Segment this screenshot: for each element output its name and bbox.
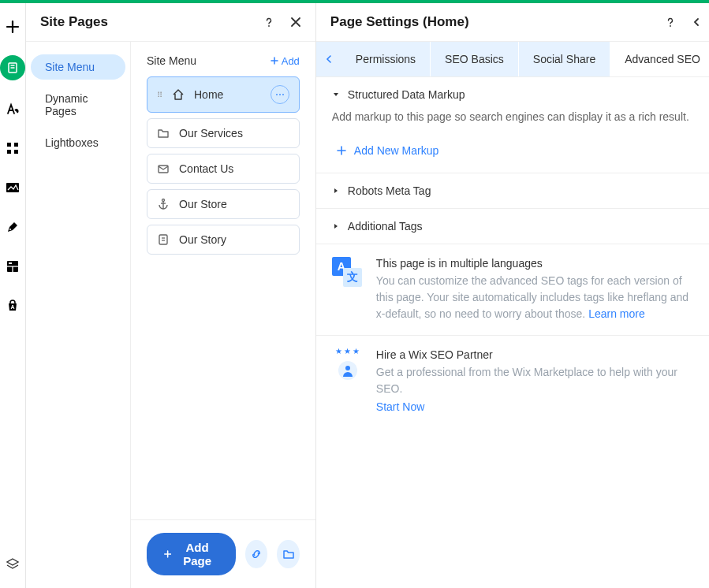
nav-dynamic-pages[interactable]: Dynamic Pages — [31, 86, 125, 124]
settings-tabs: Permissions SEO Basics Social Share Adva… — [316, 42, 709, 77]
page-item-store[interactable]: Our Store — [147, 189, 300, 219]
svg-point-23 — [345, 366, 350, 370]
partner-desc: Get a professional from the Wix Marketpl… — [376, 364, 700, 397]
rail-pen-icon[interactable] — [2, 216, 24, 238]
page-label: Home — [194, 88, 223, 101]
svg-text:A: A — [10, 304, 14, 310]
section-structured-data-header[interactable]: Structured Data Markup — [332, 88, 700, 101]
page-label: Contact Us — [179, 162, 233, 175]
multilang-title: This page is in multiple languages — [376, 257, 700, 270]
page-content: Site Menu Add ⠿ Home ⋯ Our S — [130, 42, 315, 588]
section-additional-header[interactable]: Additional Tags — [332, 220, 700, 233]
svg-point-8 — [9, 229, 11, 230]
page-icon — [157, 233, 170, 246]
page-nav: Site Menu Dynamic Pages Lightboxes — [26, 42, 130, 588]
settings-body: Structured Data Markup Add markup to thi… — [316, 77, 709, 588]
chevron-down-icon — [332, 91, 340, 99]
svg-rect-6 — [14, 150, 18, 154]
section-title: Structured Data Markup — [348, 88, 465, 101]
link-page-button[interactable] — [245, 540, 267, 568]
nav-site-menu[interactable]: Site Menu — [31, 54, 125, 80]
rail-layers-icon[interactable] — [2, 553, 24, 575]
site-pages-panel: Site Pages Site Menu Dynamic Pages Light… — [26, 3, 316, 588]
tab-permissions[interactable]: Permissions — [341, 42, 431, 76]
tab-seo-basics[interactable]: SEO Basics — [431, 42, 519, 76]
page-item-services[interactable]: Our Services — [147, 118, 300, 148]
svg-rect-4 — [14, 143, 18, 147]
nav-lightboxes[interactable]: Lightboxes — [31, 130, 125, 155]
site-pages-header: Site Pages — [26, 3, 315, 42]
chevron-right-icon — [332, 187, 340, 195]
folder-page-button[interactable] — [277, 540, 299, 568]
seo-partner-info: ★★★ Hire a Wix SEO Partner Get a profess… — [316, 336, 709, 426]
page-footer: Add Page — [131, 519, 315, 588]
section-structured-data: Structured Data Markup Add markup to thi… — [316, 77, 709, 173]
help-icon[interactable] — [263, 17, 274, 28]
tab-advanced-seo[interactable]: Advanced SEO — [610, 42, 709, 76]
rail-grid-icon[interactable] — [2, 137, 24, 159]
more-options-icon[interactable]: ⋯ — [271, 85, 289, 104]
multilang-info: A 文 This page is in multiple languages Y… — [316, 244, 709, 336]
language-icon: A 文 — [332, 257, 364, 288]
add-markup-button[interactable]: Add New Markup — [337, 144, 438, 157]
page-label: Our Store — [179, 198, 227, 210]
svg-rect-12 — [9, 262, 12, 264]
section-robots: Robots Meta Tag — [316, 173, 709, 209]
add-page-label: Add Page — [176, 541, 218, 568]
avatar-icon: ★★★ — [332, 348, 364, 380]
add-markup-label: Add New Markup — [354, 144, 438, 157]
section-title: Additional Tags — [348, 220, 423, 233]
svg-rect-5 — [7, 150, 11, 154]
home-icon — [172, 88, 185, 101]
multilang-desc: You can customize the advanced SEO tags … — [376, 273, 700, 322]
content-title: Site Menu — [147, 54, 196, 67]
start-now-link[interactable]: Start Now — [376, 400, 424, 413]
rail-shop-icon[interactable]: A — [2, 295, 24, 317]
plus-icon — [271, 57, 278, 65]
plus-icon — [164, 549, 171, 559]
section-desc: Add markup to this page so search engine… — [332, 109, 700, 125]
svg-point-14 — [268, 25, 270, 27]
svg-rect-3 — [7, 143, 11, 147]
folder-icon — [157, 127, 170, 140]
section-title: Robots Meta Tag — [348, 184, 431, 197]
drag-handle-icon[interactable]: ⠿ — [157, 91, 162, 99]
rail-pages-icon[interactable] — [0, 55, 25, 80]
mail-icon — [157, 162, 170, 175]
close-icon[interactable] — [290, 17, 301, 28]
add-label: Add — [282, 55, 300, 67]
tab-social-share[interactable]: Social Share — [519, 42, 610, 76]
learn-more-link[interactable]: Learn more — [588, 307, 645, 320]
rail-plus-icon[interactable] — [2, 16, 24, 38]
left-rail: A — [0, 3, 26, 588]
chevron-right-icon — [332, 222, 340, 230]
svg-point-22 — [670, 25, 671, 27]
anchor-icon — [157, 198, 170, 210]
page-settings-panel: Page Settings (Home) Permissions SEO Bas… — [316, 3, 709, 588]
page-item-story[interactable]: Our Story — [147, 225, 300, 255]
page-label: Our Story — [179, 233, 226, 246]
rail-sections-icon[interactable] — [2, 255, 24, 277]
page-label: Our Services — [179, 127, 243, 140]
add-page-button[interactable]: Add Page — [147, 533, 236, 575]
page-settings-title: Page Settings (Home) — [330, 14, 469, 30]
page-item-contact[interactable]: Contact Us — [147, 154, 300, 184]
section-robots-header[interactable]: Robots Meta Tag — [332, 184, 700, 197]
page-settings-header: Page Settings (Home) — [316, 3, 709, 42]
partner-title: Hire a Wix SEO Partner — [376, 348, 700, 361]
page-list: ⠿ Home ⋯ Our Services Contact Us — [131, 76, 315, 255]
site-pages-title: Site Pages — [40, 14, 108, 30]
page-item-home[interactable]: ⠿ Home ⋯ — [147, 76, 300, 113]
plus-icon — [337, 146, 346, 155]
help-icon[interactable] — [665, 17, 676, 28]
rail-image-icon[interactable] — [2, 177, 24, 199]
svg-rect-19 — [159, 235, 167, 244]
chevron-left-icon[interactable] — [692, 17, 701, 27]
tabs-scroll-left[interactable] — [316, 42, 341, 76]
add-menu-item[interactable]: Add — [271, 55, 300, 67]
svg-point-16 — [162, 199, 165, 202]
section-additional-tags: Additional Tags — [316, 209, 709, 244]
rail-text-icon[interactable] — [2, 98, 24, 120]
